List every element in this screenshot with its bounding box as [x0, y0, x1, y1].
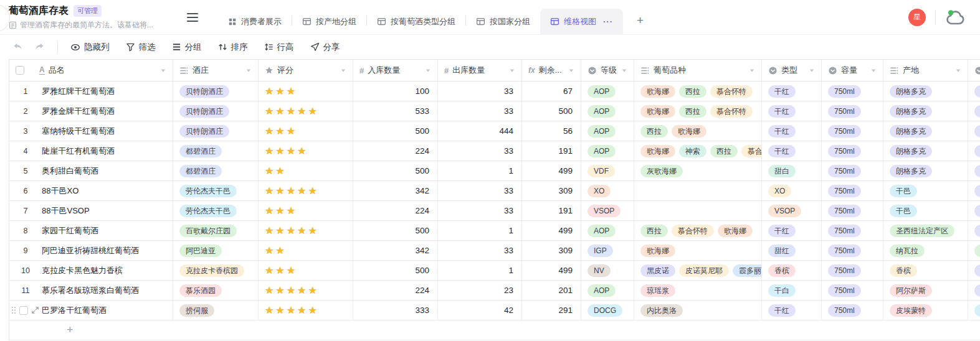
cell-name[interactable]: 11慕乐署名版琼瑶浆白葡萄酒	[9, 281, 173, 300]
cell-grade[interactable]: XO	[581, 181, 634, 200]
cell-type[interactable]: 干红	[762, 141, 822, 161]
cell-winery[interactable]: 贝特朗酒庄	[173, 82, 259, 101]
chevron-down-icon[interactable]	[243, 68, 252, 73]
cell-country[interactable]	[968, 82, 980, 101]
cell-volume[interactable]: 750ml	[822, 281, 883, 300]
cell-qty_in[interactable]: 224	[353, 141, 438, 161]
chevron-down-icon[interactable]	[953, 68, 961, 73]
cell-origin[interactable]: 朗格多克	[883, 141, 968, 161]
cell-remain[interactable]: 499	[522, 221, 581, 240]
cell-qty_out[interactable]: 42	[438, 301, 522, 320]
toolbar-eye-button[interactable]: 隐藏列	[70, 42, 110, 53]
cell-type[interactable]: 干红	[762, 101, 822, 121]
column-header-type[interactable]: 类型	[762, 60, 822, 81]
cell-type[interactable]: 干红	[762, 121, 822, 141]
cell-origin[interactable]: 朗格多克	[883, 121, 968, 141]
column-header-qty_out[interactable]: #出库数量	[438, 60, 522, 81]
column-header-country[interactable]	[968, 60, 980, 81]
tab-more-icon[interactable]: ···	[603, 17, 613, 26]
cell-grapes[interactable]: 歌海娜	[634, 241, 762, 260]
cell-winery[interactable]: 捞伺服	[173, 301, 259, 320]
cell-qty_in[interactable]: 224	[353, 201, 438, 220]
cell-grapes[interactable]: 歌海娜神索西拉慕合怀特	[634, 141, 762, 161]
cell-qty_out[interactable]: 33	[438, 201, 522, 220]
cell-volume[interactable]: 750ml	[822, 141, 883, 161]
cell-rating[interactable]: ★★★★★	[259, 281, 353, 300]
chevron-down-icon[interactable]	[507, 68, 515, 73]
cell-winery[interactable]: 克拉皮卡香槟园	[173, 261, 259, 280]
column-header-winery[interactable]: 酒庄	[173, 60, 259, 81]
cell-qty_in[interactable]: 333	[353, 301, 438, 320]
view-tab-1[interactable]: 消费者展示	[218, 9, 292, 35]
cell-rating[interactable]: ★★★★★	[259, 101, 353, 121]
cell-qty_out[interactable]: 33	[438, 101, 522, 121]
cell-remain[interactable]: 191	[522, 201, 581, 220]
cell-volume[interactable]: 750ml	[822, 301, 883, 320]
cell-rating[interactable]: ★★★★★	[259, 181, 353, 200]
cell-winery[interactable]: 劳伦杰夫干邑	[173, 201, 259, 220]
cell-remain[interactable]: 291	[522, 301, 581, 320]
cell-qty_out[interactable]: 1	[438, 221, 522, 240]
cell-grade[interactable]: AOP	[581, 281, 634, 300]
cell-remain[interactable]: 309	[522, 241, 581, 260]
cell-grade[interactable]: VSOP	[581, 201, 634, 220]
cell-grapes[interactable]: 内比奥洛	[634, 301, 762, 320]
cell-qty_in[interactable]: 342	[353, 241, 438, 260]
cell-volume[interactable]: 750ml	[822, 181, 883, 200]
cell-winery[interactable]: 阿巴迪亚	[173, 241, 259, 260]
cell-origin[interactable]: 朗格多克	[883, 161, 968, 180]
cell-grade[interactable]: AOP	[581, 101, 634, 121]
cell-origin[interactable]: 纳瓦拉	[883, 241, 968, 260]
column-header-remain[interactable]: fx剩余...	[522, 60, 581, 81]
cell-volume[interactable]: 750ml	[822, 161, 883, 180]
avatar[interactable]: 星	[908, 9, 926, 26]
row-checkbox[interactable]	[19, 306, 28, 315]
cell-rating[interactable]: ★★	[259, 241, 353, 260]
cell-rating[interactable]: ★★★	[259, 121, 353, 141]
cell-qty_out[interactable]: 33	[438, 181, 522, 200]
cell-volume[interactable]: 750ml	[822, 82, 883, 101]
cell-qty_out[interactable]: 1	[438, 261, 522, 280]
cell-qty_in[interactable]: 224	[353, 281, 438, 300]
column-header-rating[interactable]: 评分	[259, 60, 353, 81]
view-tab-3[interactable]: 按葡萄酒类型分组	[367, 9, 465, 35]
cell-name[interactable]: 688干邑XO	[9, 181, 173, 200]
cell-origin[interactable]: 干邑	[883, 201, 968, 220]
cell-volume[interactable]: 750ml	[822, 121, 883, 141]
cell-country[interactable]	[968, 241, 980, 260]
cell-grade[interactable]: AOP	[581, 141, 634, 161]
cell-rating[interactable]: ★★★	[259, 201, 353, 220]
cell-country[interactable]	[968, 281, 980, 300]
cell-grapes[interactable]: 歌海娜西拉慕合怀特	[634, 82, 762, 101]
column-header-qty_in[interactable]: #入库数量	[353, 60, 438, 81]
cell-remain[interactable]: 201	[522, 281, 581, 300]
cell-grapes[interactable]	[634, 181, 762, 200]
cell-country[interactable]	[968, 261, 980, 280]
cell-remain[interactable]: 499	[522, 261, 581, 280]
cell-type[interactable]: 甜白	[762, 161, 822, 180]
cell-name[interactable]: 8家园干红葡萄酒	[9, 221, 173, 240]
cell-origin[interactable]: 皮埃蒙特	[883, 301, 968, 320]
add-record-button[interactable]: +	[9, 320, 980, 340]
chevron-down-icon[interactable]	[338, 68, 346, 73]
cell-grade[interactable]: IGP	[581, 241, 634, 260]
column-header-origin[interactable]: 产地	[883, 60, 968, 81]
cell-origin[interactable]: 圣西纽法定产区	[883, 221, 968, 240]
cell-grapes[interactable]: 黑皮诺皮诺莫尼耶霞多丽	[634, 261, 762, 280]
view-tab-2[interactable]: 按产地分组	[292, 9, 366, 35]
toolbar-rowheight-button[interactable]: 行高	[264, 42, 294, 53]
cell-origin[interactable]: 香槟	[883, 261, 968, 280]
cell-remain[interactable]: 499	[522, 161, 581, 180]
cell-remain[interactable]: 67	[522, 82, 581, 101]
column-header-grapes[interactable]: 葡萄品种	[634, 60, 762, 81]
cell-grade[interactable]: DOCG	[581, 301, 634, 320]
cell-rating[interactable]: ★★★★★	[259, 221, 353, 240]
cell-origin[interactable]: 朗格多克	[883, 82, 968, 101]
cell-grapes[interactable]: 西拉慕合怀特歌海娜	[634, 221, 762, 240]
cell-remain[interactable]: 309	[522, 181, 581, 200]
view-tab-5[interactable]: 维格视图···	[540, 9, 623, 35]
cell-name[interactable]: 1罗雅红牌干红葡萄酒	[9, 82, 173, 101]
chevron-down-icon[interactable]	[746, 68, 755, 73]
cell-name[interactable]: 10克拉皮卡黑色魅力香槟	[9, 261, 173, 280]
cell-volume[interactable]: 750ml	[822, 101, 883, 121]
